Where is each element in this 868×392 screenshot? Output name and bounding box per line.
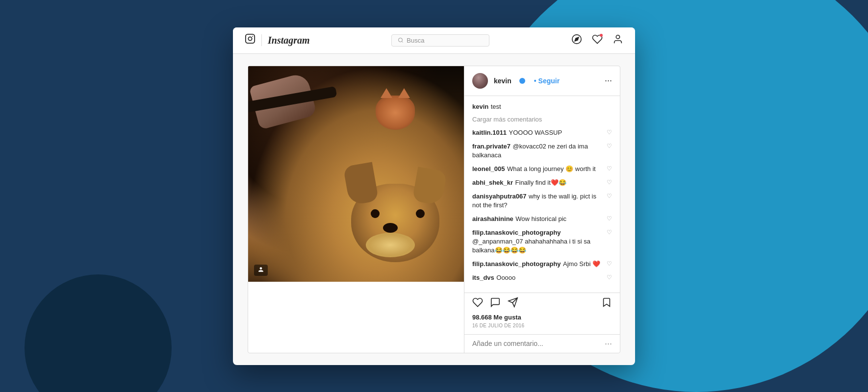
like-count: 98.668 Me gusta	[472, 314, 612, 321]
svg-point-1	[248, 37, 252, 40]
comment-text: Wow historical pic	[515, 215, 566, 222]
comment-username: danisyahputra067	[472, 193, 527, 200]
instagram-wordmark: Instagram	[268, 35, 310, 46]
instagram-logo: Instagram	[245, 33, 310, 47]
comment-username: its_dvs	[472, 274, 494, 281]
comment-row: filip.tanaskovic_photography @_anpanman_…	[472, 228, 612, 254]
svg-point-7	[616, 35, 619, 38]
caption-text: test	[491, 103, 501, 110]
post-header: kevin • Seguir ···	[464, 66, 620, 96]
comment-row: airashahinine Wow historical pic ♡	[472, 214, 612, 223]
comment-username: filip.tanaskovic_photography	[472, 260, 561, 268]
notification-dot	[600, 34, 603, 37]
comment-text: YOOOO WASSUP	[509, 129, 562, 136]
share-icon[interactable]	[508, 297, 518, 311]
instagram-header: Instagram Busca	[233, 27, 635, 54]
post-sidebar: kevin • Seguir ··· kevin test Cargar más…	[464, 66, 620, 353]
person-indicator	[254, 265, 268, 276]
comment-username: kaitlin.1011	[472, 129, 507, 136]
post-actions: 98.668 Me gusta 16 DE JULIO DE 2016	[464, 293, 620, 334]
svg-marker-6	[575, 37, 579, 41]
comment-username: filip.tanaskovic_photography	[472, 229, 561, 236]
comment-heart-icon[interactable]: ♡	[607, 193, 612, 199]
comment-row: abhi_shek_kr Finally find it❤️😂 ♡	[472, 178, 612, 187]
comment-username: abhi_shek_kr	[472, 179, 513, 186]
bookmark-icon[interactable]	[601, 297, 612, 311]
comment-username: leonel_005	[472, 165, 505, 172]
svg-line-4	[402, 41, 403, 42]
follow-button[interactable]: • Seguir	[534, 77, 560, 85]
more-icon[interactable]: ···	[605, 75, 612, 86]
post-username[interactable]: kevin	[494, 77, 511, 85]
action-icons-row	[472, 297, 612, 311]
svg-rect-0	[246, 34, 255, 43]
search-bar[interactable]: Busca	[391, 34, 489, 47]
load-more-comments[interactable]: Cargar más comentarios	[472, 116, 612, 123]
comment-heart-icon[interactable]: ♡	[607, 179, 612, 186]
comment-username: airashahinine	[472, 215, 513, 222]
like-icon[interactable]	[472, 297, 483, 311]
comment-text: Ajmo Srbi ❤️	[563, 260, 600, 268]
comment-username: fran.private7	[472, 143, 511, 150]
comment-heart-icon[interactable]: ♡	[607, 215, 612, 222]
post-container: kevin • Seguir ··· kevin test Cargar más…	[248, 66, 620, 353]
compass-icon[interactable]	[571, 34, 582, 47]
add-comment-input[interactable]	[472, 340, 605, 347]
verified-badge	[519, 78, 525, 84]
comment-heart-icon[interactable]: ♡	[607, 165, 612, 172]
avatar	[472, 73, 488, 89]
comment-row: fran.private7 @kovacc02 ne zeri da ima b…	[472, 142, 612, 159]
caption-username: kevin	[472, 103, 488, 110]
comments-section[interactable]: kevin test Cargar más comentarios kaitli…	[464, 96, 620, 293]
svg-point-2	[252, 36, 253, 37]
svg-point-3	[399, 38, 403, 42]
comment-row: its_dvs Ooooo ♡	[472, 273, 612, 282]
heart-icon[interactable]	[592, 34, 603, 47]
profile-icon[interactable]	[613, 34, 623, 47]
post-date: 16 DE JULIO DE 2016	[472, 323, 612, 328]
comment-row: filip.tanaskovic_photography Ajmo Srbi ❤…	[472, 259, 612, 268]
comment-heart-icon[interactable]: ♡	[607, 143, 612, 149]
comment-heart-icon[interactable]: ♡	[607, 260, 612, 267]
logo-divider	[261, 34, 262, 46]
comment-heart-icon[interactable]: ♡	[607, 129, 612, 136]
nav-icons	[571, 34, 623, 47]
post-image	[248, 66, 464, 282]
post-caption: kevin test	[472, 102, 612, 111]
comment-row: kaitlin.1011 YOOOO WASSUP ♡	[472, 128, 612, 137]
comment-heart-icon[interactable]: ♡	[607, 229, 612, 236]
comment-heart-icon[interactable]: ♡	[607, 274, 612, 281]
search-placeholder: Busca	[407, 37, 424, 44]
comment-text: Ooooo	[496, 274, 515, 281]
comment-text: @_anpanman_07 ahahahahhaha i ti si sa ba…	[472, 238, 590, 254]
comment-options-icon[interactable]: ···	[605, 339, 612, 349]
comment-icon[interactable]	[490, 297, 501, 311]
instagram-window: Instagram Busca	[233, 27, 635, 365]
comment-row: leonel_005 What a long journey 😊 worth i…	[472, 164, 612, 173]
add-comment-bar: ···	[464, 334, 620, 353]
bg-circle-dark	[25, 274, 172, 392]
instagram-camera-icon	[245, 33, 255, 47]
comment-row: danisyahputra067 why is the wall ig. pic…	[472, 192, 612, 209]
comment-text: What a long journey 😊 worth it	[507, 165, 596, 172]
comment-text: Finally find it❤️😂	[515, 179, 566, 186]
